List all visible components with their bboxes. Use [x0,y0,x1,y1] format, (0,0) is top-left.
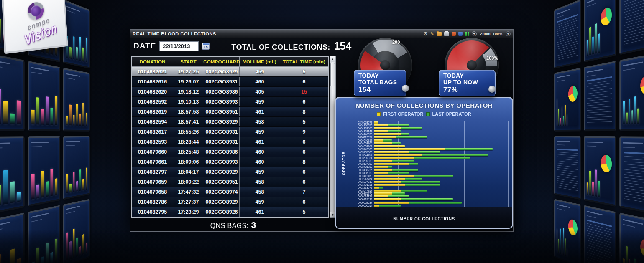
table-row[interactable]: 010467965918:00:22002CGO89514586 [132,177,328,187]
operator-id-label: 0004112877 [342,136,374,138]
chart-footer: NUMBER OF COLLECTIONS [336,207,512,228]
collections-table-header: DONATION START COMPOGUARD VOLUME (mL) TO… [132,57,328,67]
table-row[interactable]: 010467966018:25:48002CGO89864606 [132,147,328,157]
operator-bar [374,121,378,124]
chart-bar-row: 0003539331 [342,157,508,159]
table-row[interactable]: 010468279718:04:17002CGO89294596 [132,167,328,177]
operator-id-label: 0003539330 [342,160,374,162]
table-row[interactable]: 010467965817:47:32002CGO89744587 [132,187,328,197]
table-row[interactable]: 010468279517:23:29002CGO89264615 [132,207,328,217]
table-cell: 17:23:29 [173,207,204,217]
table-row[interactable]: 010468278617:27:37002CGO89294596 [132,197,328,207]
date-input[interactable] [159,41,199,51]
column-volume[interactable]: VOLUME (mL) [240,57,280,66]
table-cell: 6 [280,197,328,207]
table-cell: 458 [240,177,280,187]
calendar-button[interactable]: 15 [202,43,210,50]
chart-bar-row: 0004008765 [342,142,508,144]
table-cell: 6 [280,177,328,187]
operator-bar [374,202,462,204]
table-row[interactable]: 010468259318:28:44002CGO89314616 [132,137,328,147]
chart-title: NUMBER OF COLLECTIONS BY OPERATOR [336,102,512,109]
monitor-wall-right [552,0,644,263]
table-cell: 6 [280,97,328,106]
total-collections: TOTAL OF COLLECTIONS: 154 [231,40,351,52]
table-cell: 461 [240,107,280,116]
column-compoguard[interactable]: COMPOGUARD [204,57,240,66]
table-row[interactable]: 010468262019:18:12002CGO898640515 [132,87,328,97]
chart-bars: 0249653072000415605000041525600004152141… [342,121,508,207]
chart-bar-row: 0003539330 [342,160,508,162]
realtime-blood-collections-window: REAL TIME BLOOD COLLECTIONS + Zoom: 100%… [130,29,514,232]
operator-id-label: 0003742903 [342,148,374,150]
collections-table-body: 010468262119:27:25002CGO8929459501046826… [132,67,328,217]
table-cell: 18:28:44 [173,137,204,147]
operator-bar [374,166,392,168]
table-cell: 17:47:32 [173,187,204,197]
table-row[interactable]: 010468261718:55:26002CGO89314599 [132,127,328,137]
table-cell: 9 [280,127,328,137]
chart-bar-row: 0003426989 [342,166,508,168]
table-cell: 0104682619 [132,107,173,116]
table-cell: 461 [240,137,280,147]
date-row: DATE 15 TOTAL OF COLLECTIONS: 154 [133,40,351,51]
column-total-time[interactable]: TOTAL TIME (min) [280,57,328,66]
legend-last-operator-swatch [426,112,430,116]
operator-id-label: 0001776936 [342,184,374,186]
table-row[interactable]: 010468259219:10:13002CGO89934596 [132,97,328,107]
table-row[interactable]: 010468259418:57:41002CGO89294585 [132,117,328,127]
table-cell: 460 [240,147,280,157]
zoom-in-icon[interactable]: + [472,31,477,36]
operator-bar [374,151,440,153]
chart-bar-row: 0002247764 [342,178,508,180]
scrollbar-thumb[interactable] [330,63,335,86]
print-icon[interactable] [444,32,449,36]
column-donation[interactable]: DONATION [132,57,173,66]
table-cell: 002CGO8986 [204,147,240,157]
chart-bar-row: 0003186039 [342,172,508,174]
column-start[interactable]: START [173,57,204,66]
export-icon[interactable] [452,32,456,36]
operator-bar [374,184,440,186]
video-wall-scene: compo Vision REAL TIME BLOOD COLLECTIONS… [0,0,644,263]
table-cell: 002CGO8931 [204,137,240,147]
operator-id-label: 0000000054 [342,205,374,207]
table-row[interactable]: 010468262119:27:25002CGO89294595 [132,67,328,77]
table-cell: 8 [280,157,328,167]
legend-last-operator-label: LAST OPERATOR [432,111,471,116]
total-collections-value: 154 [334,40,352,52]
gauge-knob [488,86,496,93]
table-cell: 002CGO8993 [204,97,240,106]
table-row[interactable]: 010468261918:57:58002CGO89514618 [132,107,328,117]
background-monitor [619,212,644,263]
operator-bar [374,133,409,135]
chart-bar-row: 0004112877 [342,136,508,138]
table-cell: 002CGO8926 [204,207,240,217]
chart-bar-row: 0004152141 [342,130,508,132]
table-row[interactable]: 010468261619:26:07002CGO89314606 [132,77,328,87]
gauge-scale-label: 100% [486,56,498,61]
background-monitor [619,136,644,215]
operator-id-label: 0003426989 [342,166,374,168]
operator-id-label: 0003539331 [342,157,374,159]
table-cell: 0104679658 [132,187,173,197]
compovision-logo-screen: compo Vision [2,0,68,54]
gauge-scale-label: 200 [392,40,400,45]
table-cell: 002CGO8931 [204,127,240,137]
scroll-up-icon[interactable]: ▲ [330,56,335,62]
open-folder-icon[interactable] [437,32,442,36]
table-row[interactable]: 010467966118:09:06002CGO89934608 [132,157,328,167]
settings-gear-icon[interactable] [423,32,428,36]
background-monitor [63,199,90,263]
chart-bar-row: 0003742903 [342,148,508,150]
table-cell: 18:04:17 [173,167,204,177]
operator-id-label: 0004002262 [342,145,374,147]
background-monitor [554,68,581,132]
pause-icon[interactable] [465,32,469,36]
edit-pencil-icon[interactable] [430,32,434,36]
zoom-dropdown-icon[interactable]: ▼ [506,31,511,36]
table-cell: 002CGO8929 [204,117,240,126]
report-icon[interactable] [458,32,463,36]
qns-bags: QNS BAGS:3 [131,220,335,230]
operator-bar [374,154,488,156]
